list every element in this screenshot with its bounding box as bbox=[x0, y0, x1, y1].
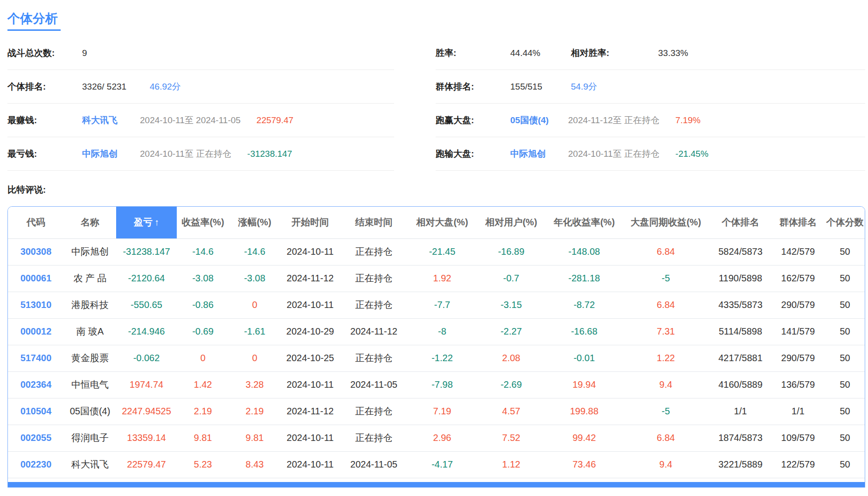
win-rate-value: 44.44% bbox=[510, 48, 571, 58]
table-row: 002230科大讯飞22579.475.238.432024-10-112024… bbox=[8, 451, 865, 478]
lose-market-stock-link[interactable]: 中际旭创 bbox=[510, 148, 568, 160]
stock-code-link[interactable]: 300308 bbox=[8, 238, 64, 265]
table-cell: -2120.64 bbox=[116, 265, 177, 292]
table-cell: 8.43 bbox=[229, 451, 280, 478]
table-cell: 22579.47 bbox=[116, 451, 177, 478]
stat-row-most-loss: 最亏钱: 中际旭创 2024-10-11至 正在持仓 -31238.147 bbox=[7, 137, 394, 171]
table-cell: 2024-10-11 bbox=[280, 451, 340, 478]
table-cell: 290/579 bbox=[772, 345, 824, 371]
table-cell: 50 bbox=[824, 318, 865, 345]
column-header-6[interactable]: 开始时间 bbox=[280, 207, 340, 238]
table-cell: 50 bbox=[824, 451, 865, 478]
table-cell: 3221/5889 bbox=[709, 451, 772, 478]
total-battles-value: 9 bbox=[82, 48, 87, 58]
table-cell: -2.69 bbox=[477, 371, 546, 398]
relative-win-rate-value: 33.33% bbox=[658, 48, 688, 58]
individual-rank-label: 个体排名: bbox=[7, 81, 82, 93]
stock-code-link[interactable]: 513010 bbox=[8, 292, 64, 318]
table-cell: 1.42 bbox=[177, 371, 229, 398]
stock-code-link[interactable]: 000012 bbox=[8, 318, 64, 345]
stat-row-beat-market: 跑赢大盘: 05国债(4) 2024-11-12至 正在持仓 7.19% bbox=[436, 104, 865, 137]
column-header-1[interactable]: 代码 bbox=[8, 207, 64, 238]
column-header-13[interactable]: 群体排名 bbox=[772, 207, 824, 238]
table-cell: 2247.94525 bbox=[116, 398, 177, 425]
commentary-label: 比特评说: bbox=[7, 184, 868, 196]
stock-code-link[interactable]: 517400 bbox=[8, 345, 64, 371]
table-cell: 73.46 bbox=[546, 451, 623, 478]
table-cell: 7.52 bbox=[477, 425, 546, 451]
table-cell: 50 bbox=[824, 265, 865, 292]
table-cell: -4.17 bbox=[408, 451, 477, 478]
table-cell: -5 bbox=[623, 398, 709, 425]
column-header-10[interactable]: 年化收益率(%) bbox=[546, 207, 623, 238]
table-cell: 50 bbox=[824, 398, 865, 425]
table-cell: 6.84 bbox=[623, 292, 709, 318]
table-cell: -2.27 bbox=[477, 318, 546, 345]
most-loss-stock-link[interactable]: 中际旭创 bbox=[82, 148, 140, 160]
table-cell: 2.96 bbox=[408, 425, 477, 451]
column-header-4[interactable]: 收益率(%) bbox=[177, 207, 229, 238]
table-row: 300308中际旭创-31238.147-14.6-14.62024-10-11… bbox=[8, 238, 865, 265]
win-rate-label: 胜率: bbox=[436, 47, 510, 59]
table-cell: 6.84 bbox=[623, 238, 709, 265]
table-cell: -3.08 bbox=[229, 265, 280, 292]
table-cell: 50 bbox=[824, 345, 865, 371]
table-cell: 港股科技 bbox=[64, 292, 116, 318]
table-cell: 2024-11-12 bbox=[280, 265, 340, 292]
table-cell: -16.89 bbox=[477, 238, 546, 265]
table-cell: 正在持仓 bbox=[340, 238, 408, 265]
beat-market-stock-link[interactable]: 05国债(4) bbox=[510, 114, 568, 126]
table-cell: -0.01 bbox=[546, 345, 623, 371]
table-cell: -1.61 bbox=[229, 318, 280, 345]
table-cell: 19.94 bbox=[546, 371, 623, 398]
column-header-3[interactable]: 盈亏↑ bbox=[116, 207, 177, 238]
stock-code-link[interactable]: 002230 bbox=[8, 451, 64, 478]
most-profit-stock-link[interactable]: 科大讯飞 bbox=[82, 114, 140, 126]
column-header-14[interactable]: 个体分数 bbox=[824, 207, 865, 238]
table-cell: 6.84 bbox=[623, 425, 709, 451]
table-cell: 50 bbox=[824, 292, 865, 318]
table-cell: -3.08 bbox=[177, 265, 229, 292]
table-cell: 109/579 bbox=[772, 425, 824, 451]
column-header-7[interactable]: 结束时间 bbox=[340, 207, 408, 238]
table-cell: 2024-11-12 bbox=[340, 318, 408, 345]
column-header-2[interactable]: 名称 bbox=[64, 207, 116, 238]
table-cell: 0 bbox=[177, 345, 229, 371]
table-cell: 1/1 bbox=[772, 398, 824, 425]
table-cell: 2024-10-11 bbox=[280, 238, 340, 265]
group-score-link[interactable]: 54.9分 bbox=[571, 81, 597, 93]
table-cell: 0 bbox=[229, 292, 280, 318]
lose-market-label: 跑输大盘: bbox=[436, 148, 510, 160]
stock-code-link[interactable]: 000061 bbox=[8, 265, 64, 292]
individual-score-link[interactable]: 46.92分 bbox=[150, 81, 181, 93]
stats-right-column: 胜率: 44.44% 相对胜率: 33.33% 群体排名: 155/515 54… bbox=[436, 36, 865, 171]
table-cell: 0 bbox=[229, 345, 280, 371]
table-footer-bar bbox=[8, 482, 865, 487]
column-header-9[interactable]: 相对用户(%) bbox=[477, 207, 546, 238]
stock-code-link[interactable]: 002055 bbox=[8, 425, 64, 451]
positions-table: 代码名称盈亏↑收益率(%)涨幅(%)开始时间结束时间相对大盘(%)相对用户(%)… bbox=[7, 206, 865, 488]
stock-code-link[interactable]: 002364 bbox=[8, 371, 64, 398]
table-body: 300308中际旭创-31238.147-14.6-14.62024-10-11… bbox=[8, 238, 865, 478]
group-rank-value: 155/515 bbox=[510, 82, 571, 92]
table-cell: 2024-10-11 bbox=[280, 371, 340, 398]
column-header-12[interactable]: 个体排名 bbox=[709, 207, 772, 238]
table-cell: 9.81 bbox=[177, 425, 229, 451]
table-cell: -16.68 bbox=[546, 318, 623, 345]
table-cell: 1.22 bbox=[623, 345, 709, 371]
table-cell: 2024-10-11 bbox=[280, 425, 340, 451]
column-header-11[interactable]: 大盘同期收益(%) bbox=[623, 207, 709, 238]
column-header-5[interactable]: 涨幅(%) bbox=[229, 207, 280, 238]
stock-code-link[interactable]: 010504 bbox=[8, 398, 64, 425]
table-cell: 142/579 bbox=[772, 238, 824, 265]
table-cell: 290/579 bbox=[772, 292, 824, 318]
column-header-8[interactable]: 相对大盘(%) bbox=[408, 207, 477, 238]
table-row: 513010港股科技-550.65-0.8602024-10-11正在持仓-7.… bbox=[8, 292, 865, 318]
table-cell: 正在持仓 bbox=[340, 425, 408, 451]
most-loss-label: 最亏钱: bbox=[7, 148, 82, 160]
table-cell: 南 玻A bbox=[64, 318, 116, 345]
stat-row-individual-rank: 个体排名: 3326/ 5231 46.92分 bbox=[7, 70, 394, 104]
table-cell: 黄金股票 bbox=[64, 345, 116, 371]
table-cell: 2024-11-12 bbox=[280, 398, 340, 425]
stat-row-most-profit: 最赚钱: 科大讯飞 2024-10-11至 2024-11-05 22579.4… bbox=[7, 104, 394, 137]
